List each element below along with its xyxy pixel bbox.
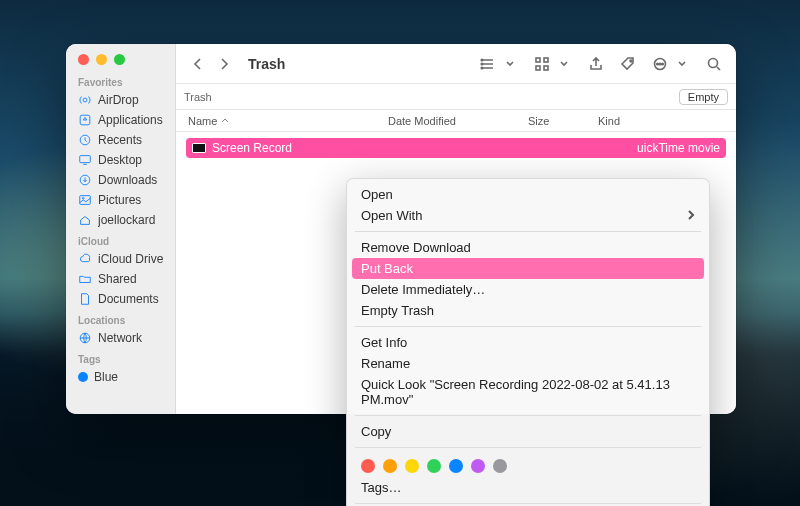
svg-rect-13 bbox=[536, 66, 540, 70]
fullscreen-window-button[interactable] bbox=[114, 54, 125, 65]
sidebar-item-network[interactable]: Network bbox=[66, 328, 175, 348]
tag-dot-icon bbox=[78, 372, 88, 382]
ctx-separator bbox=[355, 503, 701, 504]
window-controls bbox=[66, 44, 175, 71]
sidebar-item-applications[interactable]: Applications bbox=[66, 110, 175, 130]
forward-button[interactable] bbox=[212, 52, 236, 76]
sidebar-item-shared[interactable]: Shared bbox=[66, 269, 175, 289]
column-size-header[interactable]: Size bbox=[528, 115, 598, 127]
ctx-open-with[interactable]: Open With bbox=[347, 205, 709, 226]
sidebar-item-label: Downloads bbox=[98, 173, 157, 187]
sidebar-item-label: Desktop bbox=[98, 153, 142, 167]
search-button[interactable] bbox=[702, 52, 726, 76]
sidebar-item-airdrop[interactable]: AirDrop bbox=[66, 90, 175, 110]
group-by-button[interactable] bbox=[530, 52, 554, 76]
airdrop-icon bbox=[78, 93, 92, 107]
svg-point-19 bbox=[662, 63, 664, 65]
submenu-chevron-icon bbox=[687, 208, 695, 223]
svg-rect-3 bbox=[80, 156, 91, 163]
tag-color-swatch[interactable] bbox=[471, 459, 485, 473]
empty-trash-button[interactable]: Empty bbox=[679, 89, 728, 105]
ctx-separator bbox=[355, 231, 701, 232]
ctx-open[interactable]: Open bbox=[347, 184, 709, 205]
desktop-icon bbox=[78, 153, 92, 167]
share-button[interactable] bbox=[584, 52, 608, 76]
file-name: Screen Record bbox=[212, 141, 292, 155]
sidebar-group-icloud: iCloud bbox=[66, 230, 175, 249]
sort-ascending-icon bbox=[221, 115, 229, 127]
ctx-separator bbox=[355, 326, 701, 327]
tag-color-swatch[interactable] bbox=[361, 459, 375, 473]
path-location: Trash bbox=[184, 91, 212, 103]
file-kind: uickTime movie bbox=[637, 141, 720, 155]
sidebar-group-favorites: Favorites bbox=[66, 71, 175, 90]
svg-rect-11 bbox=[536, 58, 540, 62]
tag-color-swatch[interactable] bbox=[449, 459, 463, 473]
sidebar-item-label: Documents bbox=[98, 292, 159, 306]
context-menu: Open Open With Remove Download Put Back … bbox=[346, 178, 710, 506]
sidebar-item-label: Recents bbox=[98, 133, 142, 147]
sidebar-item-home[interactable]: joellockard bbox=[66, 210, 175, 230]
tag-color-swatch[interactable] bbox=[405, 459, 419, 473]
svg-point-8 bbox=[481, 59, 483, 61]
sidebar-group-locations: Locations bbox=[66, 309, 175, 328]
ctx-separator bbox=[355, 447, 701, 448]
sidebar-item-label: Network bbox=[98, 331, 142, 345]
sidebar-item-tag-blue[interactable]: Blue bbox=[66, 367, 175, 387]
sidebar-item-desktop[interactable]: Desktop bbox=[66, 150, 175, 170]
ctx-get-info[interactable]: Get Info bbox=[347, 332, 709, 353]
ctx-tags[interactable]: Tags… bbox=[347, 477, 709, 498]
sidebar-item-label: iCloud Drive bbox=[98, 252, 163, 266]
column-name-header[interactable]: Name bbox=[188, 115, 388, 127]
sidebar-item-documents[interactable]: Documents bbox=[66, 289, 175, 309]
sidebar-group-tags: Tags bbox=[66, 348, 175, 367]
ctx-quick-look[interactable]: Quick Look "Screen Recording 2022-08-02 … bbox=[347, 374, 709, 410]
chevron-down-icon[interactable] bbox=[498, 52, 522, 76]
path-bar: Trash Empty bbox=[176, 84, 736, 110]
pictures-icon bbox=[78, 193, 92, 207]
close-window-button[interactable] bbox=[78, 54, 89, 65]
tag-color-swatch[interactable] bbox=[493, 459, 507, 473]
ctx-delete-immediately[interactable]: Delete Immediately… bbox=[347, 279, 709, 300]
column-kind-header[interactable]: Kind bbox=[598, 115, 724, 127]
sidebar-item-pictures[interactable]: Pictures bbox=[66, 190, 175, 210]
chevron-down-icon[interactable] bbox=[670, 52, 694, 76]
svg-point-18 bbox=[659, 63, 661, 65]
sidebar-item-downloads[interactable]: Downloads bbox=[66, 170, 175, 190]
svg-rect-14 bbox=[544, 66, 548, 70]
ctx-remove-download[interactable]: Remove Download bbox=[347, 237, 709, 258]
sidebar-item-label: joellockard bbox=[98, 213, 155, 227]
file-row-selected[interactable]: Screen Record uickTime movie bbox=[186, 138, 726, 158]
svg-point-20 bbox=[709, 58, 718, 67]
ctx-tag-colors bbox=[347, 453, 709, 477]
sidebar-item-recents[interactable]: Recents bbox=[66, 130, 175, 150]
home-icon bbox=[78, 213, 92, 227]
minimize-window-button[interactable] bbox=[96, 54, 107, 65]
downloads-icon bbox=[78, 173, 92, 187]
view-mode-button[interactable] bbox=[476, 52, 500, 76]
ctx-put-back[interactable]: Put Back bbox=[352, 258, 704, 279]
tags-button[interactable] bbox=[616, 52, 640, 76]
column-date-header[interactable]: Date Modified bbox=[388, 115, 528, 127]
svg-point-6 bbox=[82, 197, 84, 199]
svg-rect-12 bbox=[544, 58, 548, 62]
shared-folder-icon bbox=[78, 272, 92, 286]
svg-point-17 bbox=[657, 63, 659, 65]
sidebar-item-icloud-drive[interactable]: iCloud Drive bbox=[66, 249, 175, 269]
tag-color-swatch[interactable] bbox=[427, 459, 441, 473]
ctx-copy[interactable]: Copy bbox=[347, 421, 709, 442]
ctx-empty-trash[interactable]: Empty Trash bbox=[347, 300, 709, 321]
cloud-icon bbox=[78, 252, 92, 266]
svg-point-9 bbox=[481, 63, 483, 65]
sidebar-item-label: Shared bbox=[98, 272, 137, 286]
actions-button[interactable] bbox=[648, 52, 672, 76]
ctx-rename[interactable]: Rename bbox=[347, 353, 709, 374]
network-icon bbox=[78, 331, 92, 345]
chevron-down-icon[interactable] bbox=[552, 52, 576, 76]
svg-point-15 bbox=[630, 60, 632, 62]
sidebar-item-label: Pictures bbox=[98, 193, 141, 207]
svg-point-0 bbox=[83, 98, 87, 102]
back-button[interactable] bbox=[186, 52, 210, 76]
sidebar-item-label: AirDrop bbox=[98, 93, 139, 107]
tag-color-swatch[interactable] bbox=[383, 459, 397, 473]
